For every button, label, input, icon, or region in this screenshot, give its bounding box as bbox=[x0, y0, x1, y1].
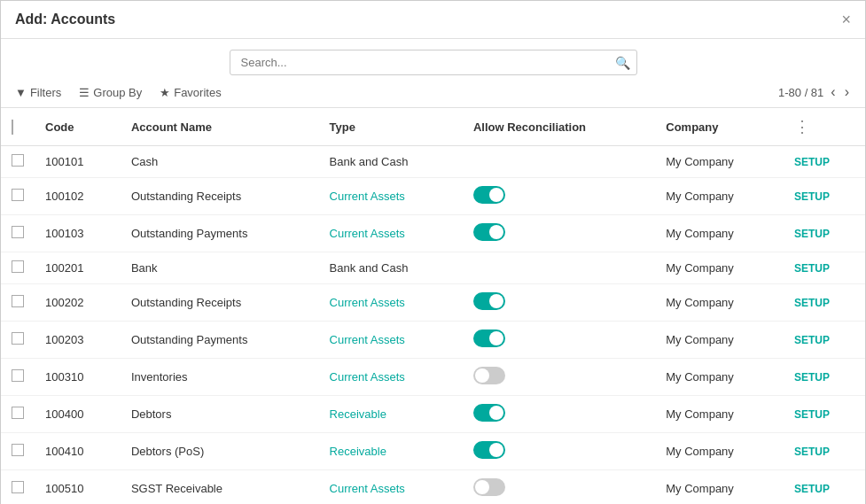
row-reconciliation bbox=[463, 284, 655, 322]
row-setup[interactable]: SETUP bbox=[784, 433, 865, 470]
setup-link[interactable]: SETUP bbox=[794, 408, 830, 421]
setup-link[interactable]: SETUP bbox=[794, 446, 830, 458]
type-colored: Current Assets bbox=[330, 190, 405, 203]
group-by-button[interactable]: ☰ Group By bbox=[79, 86, 142, 99]
type-colored: Current Assets bbox=[330, 296, 405, 309]
search-input[interactable] bbox=[230, 50, 637, 75]
row-setup[interactable]: SETUP bbox=[784, 252, 865, 284]
row-company: My Company bbox=[655, 146, 784, 178]
more-options-button[interactable]: ⋮ bbox=[794, 117, 810, 136]
header-checkbox-col bbox=[1, 108, 35, 146]
row-code: 100203 bbox=[35, 322, 121, 359]
accounts-table: Code Account Name Type Allow Reconciliat… bbox=[1, 108, 865, 504]
filters-button[interactable]: ▼ Filters bbox=[15, 86, 61, 99]
table-row: 100101CashBank and CashMy CompanySETUP bbox=[1, 146, 865, 178]
row-setup[interactable]: SETUP bbox=[784, 396, 865, 433]
setup-link[interactable]: SETUP bbox=[794, 371, 830, 384]
table-header-row: Code Account Name Type Allow Reconciliat… bbox=[1, 108, 865, 146]
row-name: Outstanding Receipts bbox=[121, 178, 319, 215]
row-setup[interactable]: SETUP bbox=[784, 322, 865, 359]
row-reconciliation bbox=[463, 322, 655, 359]
row-checkbox[interactable] bbox=[12, 260, 24, 273]
row-name: Outstanding Payments bbox=[121, 322, 319, 359]
setup-link[interactable]: SETUP bbox=[794, 228, 830, 240]
reconciliation-toggle-on[interactable] bbox=[473, 330, 505, 347]
select-all-checkbox[interactable] bbox=[12, 120, 13, 135]
setup-link[interactable]: SETUP bbox=[794, 483, 830, 495]
favorites-button[interactable]: ★ Favorites bbox=[160, 86, 221, 99]
col-company: Company bbox=[655, 108, 784, 146]
reconciliation-toggle-on[interactable] bbox=[473, 223, 505, 241]
row-checkbox[interactable] bbox=[12, 481, 24, 493]
row-checkbox[interactable] bbox=[12, 154, 24, 167]
row-name: Cash bbox=[121, 146, 319, 178]
row-setup[interactable]: SETUP bbox=[784, 359, 865, 396]
next-page-button[interactable]: › bbox=[843, 84, 851, 100]
row-company: My Company bbox=[655, 322, 784, 359]
row-reconciliation bbox=[463, 252, 655, 284]
row-checkbox[interactable] bbox=[12, 369, 24, 382]
setup-link[interactable]: SETUP bbox=[794, 190, 830, 203]
row-name: Debtors (PoS) bbox=[121, 433, 319, 470]
setup-link[interactable]: SETUP bbox=[794, 334, 830, 346]
reconciliation-toggle-on[interactable] bbox=[473, 441, 505, 459]
row-name: Inventories bbox=[121, 359, 319, 396]
row-code: 100410 bbox=[35, 433, 121, 470]
type-colored: Receivable bbox=[330, 445, 386, 458]
favorites-label: Favorites bbox=[174, 86, 221, 99]
search-icon: 🔍 bbox=[615, 56, 630, 70]
close-button[interactable]: × bbox=[841, 12, 851, 27]
table-row: 100203Outstanding PaymentsCurrent Assets… bbox=[1, 322, 865, 359]
prev-page-button[interactable]: ‹ bbox=[829, 84, 837, 100]
reconciliation-toggle-off[interactable] bbox=[473, 478, 505, 496]
col-code: Code bbox=[35, 108, 121, 146]
row-checkbox[interactable] bbox=[12, 295, 24, 307]
setup-link[interactable]: SETUP bbox=[794, 297, 830, 309]
row-checkbox[interactable] bbox=[12, 226, 24, 238]
reconciliation-toggle-on[interactable] bbox=[473, 292, 505, 310]
filter-left: ▼ Filters ☰ Group By ★ Favorites bbox=[15, 86, 222, 99]
row-setup[interactable]: SETUP bbox=[784, 178, 865, 215]
row-checkbox[interactable] bbox=[12, 332, 24, 345]
type-colored: Current Assets bbox=[330, 370, 405, 384]
row-reconciliation bbox=[463, 178, 655, 215]
row-company: My Company bbox=[655, 470, 784, 505]
row-company: My Company bbox=[655, 396, 784, 433]
table-row: 100410Debtors (PoS)ReceivableMy CompanyS… bbox=[1, 433, 865, 470]
row-setup[interactable]: SETUP bbox=[784, 146, 865, 178]
reconciliation-toggle-on[interactable] bbox=[473, 186, 505, 204]
row-checkbox[interactable] bbox=[12, 189, 24, 201]
group-by-label: Group By bbox=[93, 86, 142, 99]
filters-label: Filters bbox=[30, 86, 61, 99]
setup-link[interactable]: SETUP bbox=[794, 156, 830, 168]
table-row: 100103Outstanding PaymentsCurrent Assets… bbox=[1, 215, 865, 252]
search-icon-button[interactable]: 🔍 bbox=[615, 56, 630, 70]
type-colored: Current Assets bbox=[330, 227, 405, 240]
reconciliation-toggle-on[interactable] bbox=[473, 404, 505, 422]
row-company: My Company bbox=[655, 178, 784, 215]
table-row: 100310InventoriesCurrent AssetsMy Compan… bbox=[1, 359, 865, 396]
type-colored: Current Assets bbox=[330, 482, 405, 495]
row-setup[interactable]: SETUP bbox=[784, 215, 865, 252]
reconciliation-toggle-off[interactable] bbox=[473, 367, 505, 384]
row-code: 100400 bbox=[35, 396, 121, 433]
row-checkbox[interactable] bbox=[12, 407, 24, 419]
row-type: Current Assets bbox=[319, 215, 463, 252]
row-setup[interactable]: SETUP bbox=[784, 284, 865, 322]
pagination-info: 1-80 / 81 ‹ › bbox=[778, 84, 851, 100]
row-reconciliation bbox=[463, 215, 655, 252]
table-row: 100202Outstanding ReceiptsCurrent Assets… bbox=[1, 284, 865, 322]
row-name: Outstanding Payments bbox=[121, 215, 319, 252]
row-reconciliation bbox=[463, 470, 655, 505]
setup-link[interactable]: SETUP bbox=[794, 262, 830, 275]
row-name: SGST Receivable bbox=[121, 470, 319, 505]
row-code: 100103 bbox=[35, 215, 121, 252]
pagination-text: 1-80 / 81 bbox=[778, 86, 823, 99]
row-type: Current Assets bbox=[319, 470, 463, 505]
row-checkbox[interactable] bbox=[12, 444, 24, 456]
row-setup[interactable]: SETUP bbox=[784, 470, 865, 505]
star-icon: ★ bbox=[160, 86, 170, 99]
row-code: 100201 bbox=[35, 252, 121, 284]
row-type: Bank and Cash bbox=[319, 146, 463, 178]
table-row: 100102Outstanding ReceiptsCurrent Assets… bbox=[1, 178, 865, 215]
